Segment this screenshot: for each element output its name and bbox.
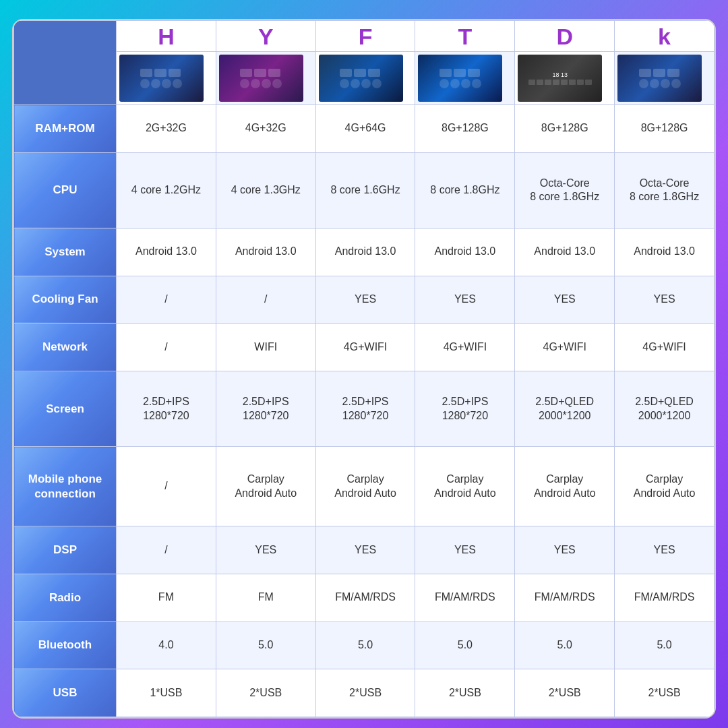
feature-label-8: Radio [14,574,117,621]
cell-9-5: 5.0 [615,621,715,669]
cell-4-5: 4G+WIFI [615,324,715,371]
cell-2-0: Android 13.0 [117,229,216,276]
cell-2-4: Android 13.0 [515,229,615,276]
feature-label-0: RAM+ROM [14,105,117,153]
cell-5-0: 2.5D+IPS1280*720 [117,371,216,447]
version-letter-Y: Y [218,24,314,50]
page-title [12,7,716,19]
cell-3-3: YES [415,276,515,324]
cell-4-3: 4G+WIFI [415,324,515,371]
feature-label-4: Network [14,324,117,371]
cell-9-2: 5.0 [315,621,415,669]
cell-0-1: 4G+32G [216,105,315,153]
version-header-Y: Y [216,21,315,52]
cell-8-4: FM/AM/RDS [515,574,615,621]
main-container: HYFTDk18 13 RAM+ROM2G+32G4G+32G4G+64G8G+… [0,0,728,728]
table-row: USB1*USB2*USB2*USB2*USB2*USB2*USB [14,669,715,717]
table-row: Network/WIFI4G+WIFI4G+WIFI4G+WIFI4G+WIFI [14,324,715,371]
cell-1-2: 8 core 1.6GHz [315,152,415,228]
cell-1-4: Octa-Core8 core 1.8GHz [515,152,615,228]
feature-label-3: Cooling Fan [14,276,117,324]
cell-10-0: 1*USB [117,669,216,717]
cell-4-4: 4G+WIFI [515,324,615,371]
cell-10-2: 2*USB [315,669,415,717]
cell-5-5: 2.5D+QLED2000*1200 [615,371,715,447]
ui-image-cell-Y [216,52,315,105]
cell-10-1: 2*USB [216,669,315,717]
cell-4-1: WIFI [216,324,315,371]
ui-image-cell-F [315,52,415,105]
version-header-H: H [117,21,216,52]
cell-6-0: / [117,447,216,526]
version-letter-k: k [616,24,712,50]
cell-5-3: 2.5D+IPS1280*720 [415,371,515,447]
feature-label-5: Screen [14,371,117,447]
cell-7-0: / [117,526,216,574]
feature-label-7: DSP [14,526,117,574]
screen-sim-F [319,55,403,102]
version-header-F: F [315,21,415,52]
table-row: Cooling Fan//YESYESYESYES [14,276,715,324]
ui-image-cell-H [117,52,216,105]
cell-3-5: YES [615,276,715,324]
screen-sim-k [617,55,702,102]
cell-6-4: CarplayAndroid Auto [515,447,615,526]
table-row: SystemAndroid 13.0Android 13.0Android 13… [14,229,715,276]
table-row: RadioFMFMFM/AM/RDSFM/AM/RDSFM/AM/RDSFM/A… [14,574,715,621]
cell-3-4: YES [515,276,615,324]
ui-image-cell-k [615,52,715,105]
cell-5-2: 2.5D+IPS1280*720 [315,371,415,447]
cell-0-5: 8G+128G [615,105,715,153]
feature-label-9: Bluetooth [14,621,117,669]
cell-7-2: YES [315,526,415,574]
cell-10-4: 2*USB [515,669,615,717]
table-row: CPU4 core 1.2GHz4 core 1.3GHz8 core 1.6G… [14,152,715,228]
version-letter-D: D [516,24,613,50]
feature-label-1: CPU [14,152,117,228]
ui-image-cell-T [415,52,515,105]
version-letter-H: H [118,24,214,50]
cell-0-4: 8G+128G [515,105,615,153]
table-row: Mobile phoneconnection/CarplayAndroid Au… [14,447,715,526]
cell-3-0: / [117,276,216,324]
screen-sim-H [119,55,204,102]
cell-2-1: Android 13.0 [216,229,315,276]
cell-1-5: Octa-Core8 core 1.8GHz [615,152,715,228]
screen-sim-D: 18 13 [518,55,602,102]
cell-8-0: FM [117,574,216,621]
cell-2-2: Android 13.0 [315,229,415,276]
screen-sim-T [418,55,502,102]
cell-9-4: 5.0 [515,621,615,669]
cell-1-0: 4 core 1.2GHz [117,152,216,228]
cell-4-2: 4G+WIFI [315,324,415,371]
table-row: RAM+ROM2G+32G4G+32G4G+64G8G+128G8G+128G8… [14,105,715,153]
cell-7-3: YES [415,526,515,574]
cell-8-3: FM/AM/RDS [415,574,515,621]
feature-label-10: USB [14,669,117,717]
feature-label-6: Mobile phoneconnection [14,447,117,526]
cell-10-3: 2*USB [415,669,515,717]
cell-9-3: 5.0 [415,621,515,669]
cell-7-5: YES [615,526,715,574]
version-header-k: k [615,21,715,52]
cell-8-5: FM/AM/RDS [615,574,715,621]
cell-6-2: CarplayAndroid Auto [315,447,415,526]
cell-3-1: / [216,276,315,324]
comparison-table: HYFTDk18 13 RAM+ROM2G+32G4G+32G4G+64G8G+… [13,20,715,717]
cell-8-1: FM [216,574,315,621]
ui-image-cell-D: 18 13 [515,52,615,105]
version-header-D: D [515,21,615,52]
cell-1-1: 4 core 1.3GHz [216,152,315,228]
cell-1-3: 8 core 1.8GHz [415,152,515,228]
cell-9-0: 4.0 [117,621,216,669]
cell-10-5: 2*USB [615,669,715,717]
version-header-T: T [415,21,515,52]
cell-2-5: Android 13.0 [615,229,715,276]
table-row: Screen2.5D+IPS1280*7202.5D+IPS1280*7202.… [14,371,715,447]
cell-7-4: YES [515,526,615,574]
feature-label-2: System [14,229,117,276]
table-row: Bluetooth4.05.05.05.05.05.0 [14,621,715,669]
cell-2-3: Android 13.0 [415,229,515,276]
version-letter-F: F [317,24,414,50]
feature-header-cell [14,21,117,105]
